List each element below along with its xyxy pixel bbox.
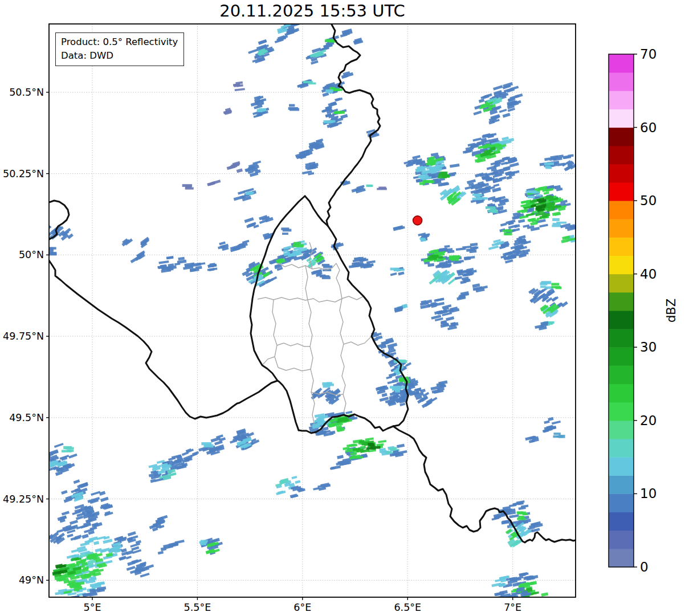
product-annotation-box: Product: 0.5° Reflectivity Data: DWD [55, 32, 184, 66]
x-tick-label: 5°E [84, 602, 101, 613]
border-fr-be [49, 260, 278, 419]
y-tick-label: 50.25°N [3, 168, 44, 180]
y-tick-label: 49.5°N [9, 412, 44, 423]
y-tick-label: 50°N [19, 249, 44, 260]
radar-echo-layer [36, 19, 578, 603]
x-tick-label: 6.5°E [394, 602, 421, 613]
y-tick-label: 49°N [19, 574, 44, 586]
y-tick-label: 49.75°N [3, 331, 44, 342]
data-source-line: Data: DWD [61, 49, 178, 63]
colorbar-tick-label: 50 [640, 193, 657, 208]
radar-figure: 20.11.2025 15:53 UTC Product: 0.5° Refle… [0, 0, 685, 616]
y-tick-label: 49.25°N [3, 493, 44, 505]
border-lu-west [250, 196, 305, 430]
colorbar-tick-label: 60 [640, 120, 657, 135]
colorbar-tick-label: 40 [640, 267, 657, 282]
colorbar-tick-label: 20 [640, 413, 657, 428]
y-tick-label: 50.5°N [9, 87, 44, 98]
x-tick-label: 7°E [504, 602, 521, 613]
colorbar: 010203040506070 [609, 47, 657, 574]
radar-map-canvas: 5°E5.5°E6°E6.5°E7°E50.5°N50.25°N50°N49.7… [0, 0, 685, 616]
product-line: Product: 0.5° Reflectivity [61, 35, 178, 49]
radar-site-marker [413, 216, 422, 225]
border-lu-north [305, 196, 328, 226]
colorbar-tick-label: 10 [640, 486, 657, 501]
colorbar-tick-label: 70 [640, 47, 657, 62]
x-tick-label: 5.5°E [184, 602, 211, 613]
x-tick-label: 6°E [293, 602, 311, 613]
colorbar-tick-label: 0 [640, 560, 649, 574]
colorbar-unit-label: dBZ [664, 288, 678, 333]
figure-title: 20.11.2025 15:53 UTC [49, 1, 576, 21]
colorbar-tick-label: 30 [640, 340, 657, 354]
border-fr-de [393, 426, 576, 542]
